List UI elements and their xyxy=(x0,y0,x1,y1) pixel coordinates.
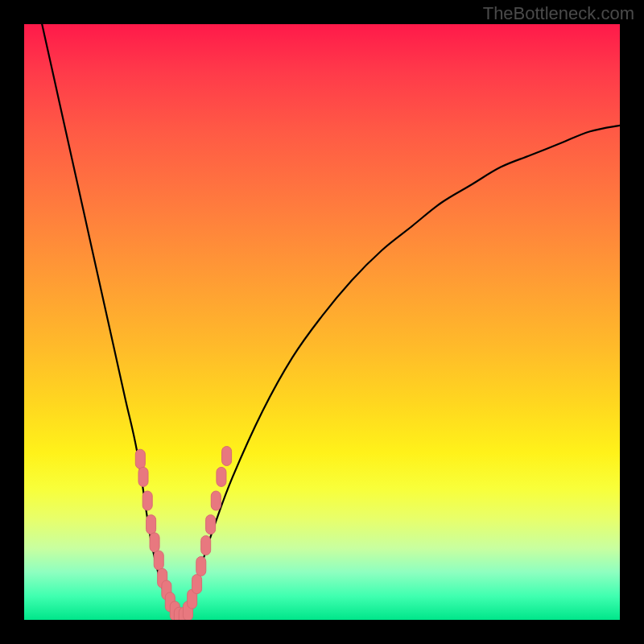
valley-marker xyxy=(222,447,232,466)
valley-marker xyxy=(206,515,216,535)
valley-marker xyxy=(196,556,206,576)
valley-marker xyxy=(147,515,156,535)
plot-area xyxy=(24,24,620,620)
valley-marker xyxy=(135,449,145,469)
valley-marker xyxy=(150,533,159,552)
valley-marker xyxy=(201,536,211,555)
valley-marker xyxy=(217,467,226,486)
curve-left xyxy=(42,24,179,620)
valley-markers xyxy=(135,447,231,621)
curve-right xyxy=(179,126,620,620)
valley-marker xyxy=(138,467,148,486)
valley-marker xyxy=(192,575,202,594)
outer-frame: TheBottleneck.com xyxy=(0,0,644,644)
valley-marker xyxy=(154,551,163,570)
valley-marker xyxy=(142,491,152,510)
valley-marker xyxy=(211,491,221,510)
watermark-text: TheBottleneck.com xyxy=(483,3,634,24)
chart-svg xyxy=(24,24,620,620)
